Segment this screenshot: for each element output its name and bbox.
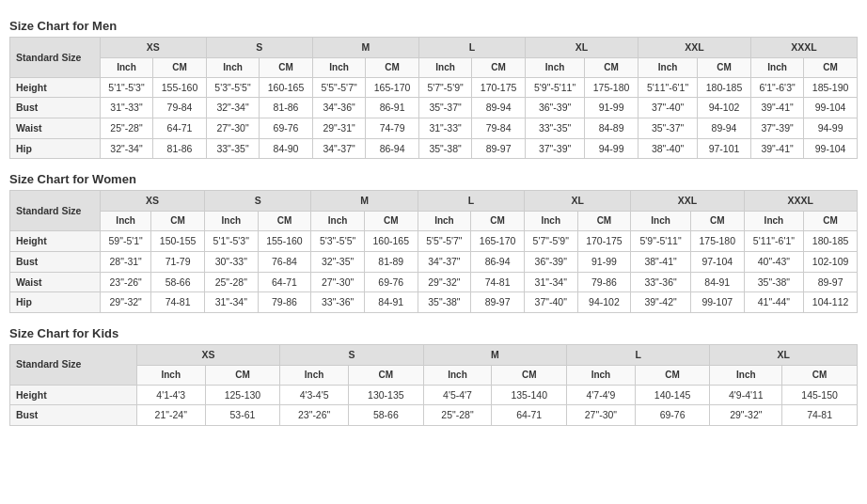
table-cell: 97-101 <box>698 138 751 159</box>
table-cell: 40"-43" <box>744 251 804 272</box>
table-cell: 39"-42" <box>631 292 691 313</box>
table-cell: 58-66 <box>348 405 423 426</box>
table-cell: 35"-37" <box>418 98 471 118</box>
table-cell: 33"-35" <box>525 118 584 139</box>
kids-section: Size Chart for Kids Standard Size XS S M… <box>9 326 858 426</box>
table-cell: 37"-39" <box>525 138 584 159</box>
table-cell: 76-84 <box>258 251 311 272</box>
women-xl-inch: Inch <box>525 212 578 231</box>
table-cell: 33"-36" <box>311 292 365 313</box>
table-cell: 5'9"-5'11" <box>525 77 584 98</box>
table-cell: 35"-38" <box>744 272 804 292</box>
row-label-1: Bust <box>10 405 137 426</box>
table-cell: 25"-28" <box>100 118 152 139</box>
table-cell: 64-71 <box>258 272 311 292</box>
kids-xs-header: XS <box>136 344 279 365</box>
table-cell: 130-135 <box>348 385 423 405</box>
men-xs-cm: CM <box>153 57 207 77</box>
table-cell: 74-81 <box>151 292 205 313</box>
men-xl-header: XL <box>525 38 638 58</box>
table-cell: 99-104 <box>804 138 858 159</box>
table-cell: 25"-28" <box>205 272 259 292</box>
table-cell: 31"-34" <box>205 292 259 313</box>
men-xxl-inch: Inch <box>638 57 697 77</box>
table-cell: 4'1-4'3 <box>136 385 205 405</box>
table-cell: 89-97 <box>471 292 525 313</box>
table-cell: 35"-38" <box>418 138 471 159</box>
table-cell: 79-84 <box>472 118 526 139</box>
men-title: Size Chart for Men <box>9 19 858 33</box>
table-cell: 180-185 <box>698 77 751 98</box>
table-cell: 4'7-4'9 <box>567 385 636 405</box>
table-cell: 81-89 <box>364 251 418 272</box>
table-cell: 34"-37" <box>312 138 365 159</box>
table-cell: 29"-31" <box>312 118 365 139</box>
men-xs-inch: Inch <box>100 57 152 77</box>
kids-l-cm: CM <box>635 365 710 385</box>
men-l-cm: CM <box>472 57 526 77</box>
table-cell: 86-91 <box>366 98 419 118</box>
women-s-header: S <box>205 191 311 212</box>
women-m-inch: Inch <box>311 212 365 231</box>
table-cell: 35"-37" <box>638 118 697 139</box>
women-xxxl-inch: Inch <box>744 212 804 231</box>
table-cell: 160-165 <box>260 77 313 98</box>
table-cell: 79-86 <box>258 292 311 313</box>
table-cell: 94-102 <box>698 98 751 118</box>
table-cell: 35"-38" <box>418 292 471 313</box>
women-xs-inch: Inch <box>101 212 151 231</box>
table-cell: 38"-41" <box>631 251 691 272</box>
kids-l-inch: Inch <box>567 365 636 385</box>
table-cell: 31"-34" <box>525 272 578 292</box>
men-m-header: M <box>312 38 418 58</box>
table-cell: 41"-44" <box>744 292 804 313</box>
table-cell: 84-90 <box>260 138 313 159</box>
kids-title: Size Chart for Kids <box>9 326 858 340</box>
table-cell: 135-140 <box>492 385 567 405</box>
women-xs-header: XS <box>101 191 205 212</box>
table-cell: 155-160 <box>258 231 311 252</box>
table-cell: 4'3-4'5 <box>280 385 349 405</box>
table-cell: 27"-30" <box>311 272 365 292</box>
table-cell: 5'11"-6'1" <box>638 77 697 98</box>
table-cell: 27"-30" <box>206 118 259 139</box>
men-xl-cm: CM <box>585 57 638 77</box>
table-cell: 185-190 <box>804 77 858 98</box>
kids-xs-cm: CM <box>205 365 280 385</box>
table-cell: 5'7"-5'9" <box>525 231 578 252</box>
table-cell: 5'3"-5'5" <box>206 77 259 98</box>
women-std-size-header: Standard Size <box>10 191 101 231</box>
kids-xl-header: XL <box>710 344 858 365</box>
table-cell: 180-185 <box>804 231 858 252</box>
men-l-header: L <box>418 38 525 58</box>
table-cell: 69-76 <box>635 405 710 426</box>
table-cell: 64-71 <box>492 405 567 426</box>
table-cell: 4'5-4'7 <box>423 385 492 405</box>
table-cell: 94-102 <box>577 292 631 313</box>
row-label-2: Waist <box>10 118 101 139</box>
table-cell: 175-180 <box>585 77 638 98</box>
table-cell: 5'1"-5'3" <box>205 231 259 252</box>
table-cell: 99-104 <box>804 98 858 118</box>
men-m-cm: CM <box>366 57 419 77</box>
table-cell: 74-81 <box>471 272 525 292</box>
table-cell: 32"-35" <box>311 251 365 272</box>
row-label-2: Waist <box>10 272 101 292</box>
table-cell: 5'11"-6'1" <box>744 231 804 252</box>
table-cell: 89-97 <box>804 272 858 292</box>
women-s-cm: CM <box>258 212 311 231</box>
table-cell: 29"-32" <box>101 292 151 313</box>
women-xl-cm: CM <box>577 212 631 231</box>
women-table: Standard Size XS S M L XL XXL XXXL Inch … <box>9 190 858 312</box>
table-cell: 84-91 <box>690 272 744 292</box>
women-s-inch: Inch <box>205 212 259 231</box>
table-cell: 59"-5'1" <box>101 231 151 252</box>
table-cell: 33"-36" <box>631 272 691 292</box>
table-cell: 89-94 <box>472 98 526 118</box>
kids-s-cm: CM <box>348 365 423 385</box>
table-cell: 175-180 <box>690 231 744 252</box>
table-cell: 84-91 <box>364 292 418 313</box>
men-s-header: S <box>206 38 312 58</box>
table-cell: 165-170 <box>471 231 525 252</box>
table-cell: 170-175 <box>472 77 526 98</box>
